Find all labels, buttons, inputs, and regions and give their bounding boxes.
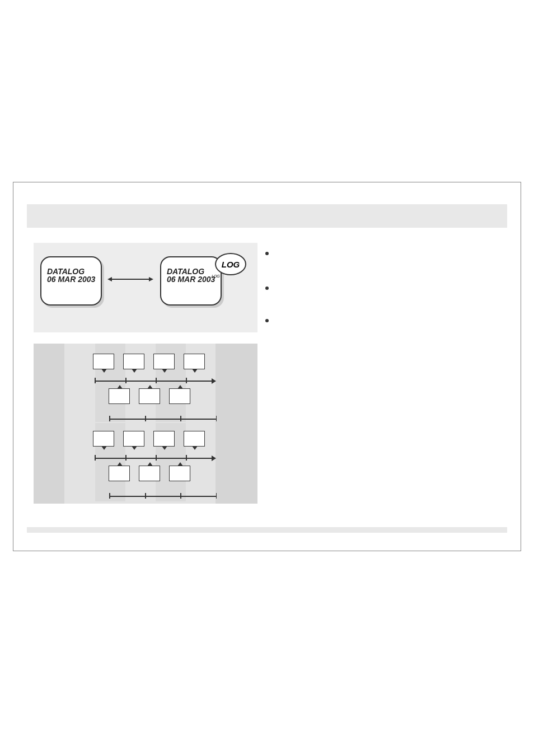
bullet-icon [265,252,269,255]
callout-box [93,354,114,369]
log-callout-bubble: LOG [215,253,246,275]
log-bubble-text: LOG [222,260,240,269]
timeline-axis [110,419,216,420]
callout-box [184,354,205,369]
callout-box [169,466,190,481]
callout-box [153,431,175,447]
callout-box [153,354,175,369]
timeline-axis [95,458,213,459]
callout-box [169,388,190,404]
bullet-icon [265,319,269,322]
section-header-bar [27,204,507,228]
callout-box [123,431,144,447]
log-small-label: LOG [212,274,220,278]
timeline-axis [95,381,213,382]
separator-bar [27,527,507,533]
timeline-axis [110,496,216,497]
callout-box [139,466,160,481]
callout-box [93,431,114,447]
callout-box [109,466,130,481]
callout-box [139,388,160,404]
device-screen-left: DATALOG 06 MAR 2003 [40,256,102,306]
screen-text: DATALOG 06 MAR 2003 [167,267,215,283]
double-arrow-icon [111,279,150,280]
callout-box [184,431,205,447]
callout-box [123,354,144,369]
device-screen-right: DATALOG 06 MAR 2003 [160,256,222,306]
bullet-icon [265,287,269,290]
screen-text: DATALOG 06 MAR 2003 [47,267,95,283]
callout-box [109,388,130,404]
